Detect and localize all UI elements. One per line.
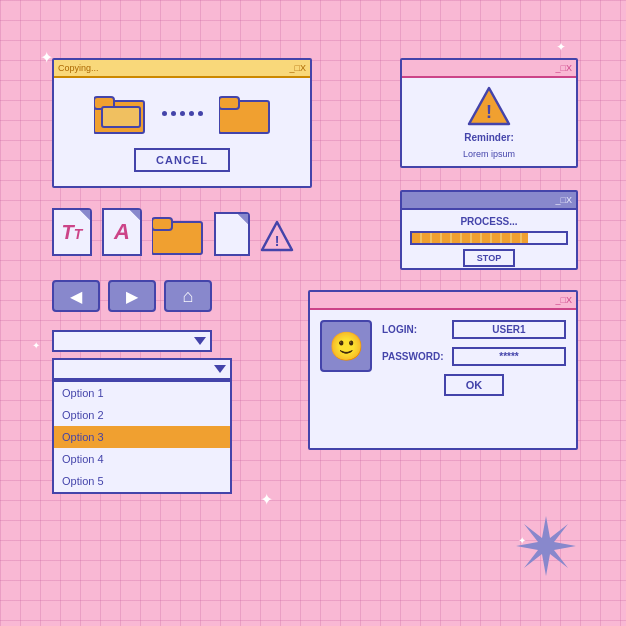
stop-button[interactable]: STOP xyxy=(463,249,515,267)
dropdown-list: Option 1 Option 2 Option 3 Option 4 Opti… xyxy=(52,380,232,494)
small-warning-icon: ! xyxy=(260,220,294,256)
reminder-content: ! Reminder: Lorem ipsum xyxy=(402,78,576,166)
star-burst xyxy=(514,514,578,578)
svg-marker-11 xyxy=(516,516,576,576)
back-arrow-icon: ◀ xyxy=(70,287,82,306)
sparkle-tl: ✦ xyxy=(40,48,53,67)
process-window: _□X PROCESS... STOP xyxy=(400,190,578,270)
folder-icon-mid xyxy=(152,212,204,256)
file-corner2 xyxy=(130,210,140,220)
dest-folder-icon xyxy=(219,91,271,135)
tt-file-page: TT xyxy=(52,208,92,256)
dot2 xyxy=(171,111,176,116)
a-label: A xyxy=(114,219,130,245)
cancel-button[interactable]: CANCEL xyxy=(134,148,230,172)
a-file-icon: A xyxy=(102,208,142,256)
copying-window: Copying... _□X CANCEL xyxy=(52,58,312,188)
blank-file-icon xyxy=(214,212,250,256)
password-label: PASSWORD: xyxy=(382,351,446,362)
tt-file-icon: TT xyxy=(52,208,92,256)
svg-rect-4 xyxy=(219,97,239,109)
smiley-icon: 🙂 xyxy=(329,330,364,363)
nav-buttons: ◀ ▶ ⌂ xyxy=(52,280,212,312)
reminder-controls[interactable]: _□X xyxy=(556,63,572,73)
dropdown-arrow-1 xyxy=(194,337,206,345)
a-file-page: A xyxy=(102,208,142,256)
dot3 xyxy=(180,111,185,116)
dropdown-area: Option 1 Option 2 Option 3 Option 4 Opti… xyxy=(52,330,232,494)
dropdown-option-5[interactable]: Option 5 xyxy=(54,470,230,492)
login-titlebar: _□X xyxy=(310,292,576,310)
svg-text:!: ! xyxy=(275,233,280,249)
dropdown-option-1[interactable]: Option 1 xyxy=(54,382,230,404)
login-fields: LOGIN: USER1 PASSWORD: ***** OK xyxy=(382,320,566,396)
ok-button[interactable]: OK xyxy=(444,374,505,396)
svg-text:!: ! xyxy=(486,102,492,122)
sparkle-ml: ✦ xyxy=(32,340,40,351)
file-corner3 xyxy=(238,214,248,224)
dropdown-option-4[interactable]: Option 4 xyxy=(54,448,230,470)
dropdown-arrow-2 xyxy=(214,365,226,373)
reminder-window: _□X ! Reminder: Lorem ipsum xyxy=(400,58,578,168)
dropdown-option-3[interactable]: Option 3 xyxy=(54,426,230,448)
password-row: PASSWORD: ***** xyxy=(382,347,566,366)
home-button[interactable]: ⌂ xyxy=(164,280,212,312)
file-corner xyxy=(80,210,90,220)
source-folder-icon xyxy=(94,91,146,135)
password-input[interactable]: ***** xyxy=(452,347,566,366)
copy-dots xyxy=(162,111,203,116)
svg-rect-8 xyxy=(152,218,172,230)
warning-icon: ! xyxy=(464,86,514,126)
tt-label: TT xyxy=(62,221,83,244)
login-label: LOGIN: xyxy=(382,324,446,335)
process-controls[interactable]: _□X xyxy=(556,195,572,205)
process-content: PROCESS... STOP xyxy=(402,210,576,273)
back-button[interactable]: ◀ xyxy=(52,280,100,312)
dropdown-option-2[interactable]: Option 2 xyxy=(54,404,230,426)
login-content: 🙂 LOGIN: USER1 PASSWORD: ***** OK xyxy=(310,310,576,406)
login-input[interactable]: USER1 xyxy=(452,320,566,339)
process-title-text: PROCESS... xyxy=(410,216,568,227)
progress-bar xyxy=(410,231,568,245)
svg-rect-2 xyxy=(102,107,140,127)
progress-bar-fill xyxy=(412,233,528,243)
home-icon: ⌂ xyxy=(183,286,194,307)
dropdown-bar-1[interactable] xyxy=(52,330,212,352)
forward-button[interactable]: ▶ xyxy=(108,280,156,312)
dot5 xyxy=(198,111,203,116)
reminder-titlebar: _□X xyxy=(402,60,576,78)
copying-title: Copying... xyxy=(58,63,99,73)
dot4 xyxy=(189,111,194,116)
sparkle-bl: ✦ xyxy=(260,490,273,509)
reminder-subtitle: Lorem ipsum xyxy=(463,149,515,159)
process-titlebar: _□X xyxy=(402,192,576,210)
login-window: _□X 🙂 LOGIN: USER1 PASSWORD: ***** OK xyxy=(308,290,578,450)
reminder-text: Reminder: xyxy=(464,132,513,143)
sparkle-tr: ✦ xyxy=(556,40,566,54)
login-row: LOGIN: USER1 xyxy=(382,320,566,339)
copying-controls[interactable]: _□X xyxy=(290,63,306,73)
dropdown-bar-2[interactable] xyxy=(52,358,232,380)
forward-arrow-icon: ▶ xyxy=(126,287,138,306)
dot1 xyxy=(162,111,167,116)
icons-area: TT A ! xyxy=(52,208,294,256)
copy-content-area xyxy=(54,78,310,148)
login-controls[interactable]: _□X xyxy=(556,295,572,305)
copying-titlebar: Copying... _□X xyxy=(54,60,310,78)
avatar: 🙂 xyxy=(320,320,372,372)
